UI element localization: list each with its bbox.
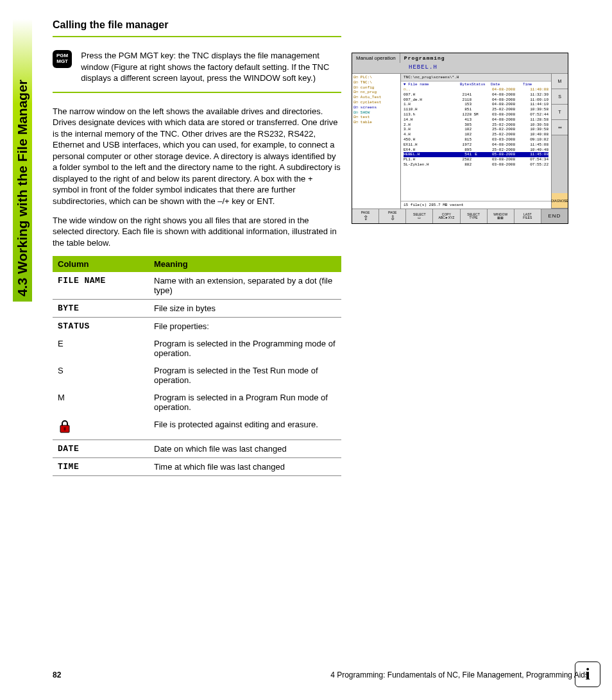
table-cell-column: M	[53, 389, 149, 416]
table-cell-meaning: Time at which file was last changed	[149, 458, 341, 476]
table-header-meaning: Meaning	[149, 256, 341, 272]
key-instruction-text: Press the PGM MGT key: the TNC displays …	[81, 50, 341, 84]
table-cell-column: FILE NAME	[53, 272, 149, 300]
table-cell-meaning: File size in bytes	[149, 300, 341, 318]
fig-path: TNC:\nc_prog\screens\*.H	[401, 74, 551, 81]
section-sidebar-title: 4.3 Working with the File Manager	[13, 19, 32, 302]
fig-softkey-row: PAGE⇧PAGE⇩SELECT▭COPYABC►XYZSELECTTYPEWI…	[352, 209, 568, 223]
table-cell-column: S	[53, 362, 149, 389]
column-meaning-table: Column Meaning FILE NAMEName with an ext…	[53, 256, 341, 476]
table-cell-column: TIME	[53, 458, 149, 476]
paragraph-2: The wide window on the right shows you a…	[53, 215, 341, 249]
fig-status-line: 15 file(s) 285.7 MB vacant	[401, 201, 551, 209]
fig-file-list: ▭..04-08-200811:40:08007.H214104-08-2008…	[401, 87, 551, 201]
page-number: 82	[53, 670, 61, 679]
divider	[53, 92, 341, 93]
table-cell-meaning: File properties:	[149, 318, 341, 336]
fig-column-headers: ♥ File nameBytesStatusDateTime	[401, 81, 551, 87]
table-cell-meaning: Name with an extension, separated by a d…	[149, 272, 341, 300]
table-cell-column: DATE	[53, 440, 149, 458]
fig-directory-tree: ⊟▭ PLC:\⊟▭ TNC:\ ⊟▭ config ⊟▭ nc_prog ⊟▭…	[352, 74, 401, 209]
fig-right-bar: MST⇔DIAGNOSE	[551, 74, 568, 209]
table-cell-meaning: Program is selected in the Programming m…	[149, 335, 341, 362]
file-manager-screenshot: Manual operation Programming HEBEL.H ⊟▭ …	[352, 53, 568, 224]
table-cell-meaning: File is protected against editing and er…	[149, 416, 341, 440]
lock-icon	[58, 420, 71, 434]
svg-rect-1	[64, 427, 66, 431]
table-header-column: Column	[53, 256, 149, 272]
chapter-title: 4 Programming: Fundamentals of NC, File …	[330, 670, 589, 679]
paragraph-1: The narrow window on the left shows the …	[53, 106, 341, 207]
page-footer: 82 4 Programming: Fundamentals of NC, Fi…	[53, 670, 589, 679]
table-cell-meaning: Program is selected in the Test Run mode…	[149, 362, 341, 389]
fig-mode-right: Programming	[400, 53, 568, 63]
divider	[53, 36, 341, 37]
table-cell-meaning: Program is selected in a Program Run mod…	[149, 389, 341, 416]
fig-current-file: HEBEL.H	[352, 63, 568, 74]
table-cell-column: STATUS	[53, 318, 149, 336]
section-heading: Calling the file manager	[53, 19, 341, 31]
table-cell-column	[53, 416, 149, 440]
info-icon: i	[575, 662, 600, 687]
table-cell-meaning: Date on which file was last changed	[149, 440, 341, 458]
table-cell-column: E	[53, 335, 149, 362]
table-cell-column: BYTE	[53, 300, 149, 318]
pgm-mgt-key-icon: PGMMGT	[53, 50, 72, 68]
fig-mode-left: Manual operation	[352, 53, 400, 63]
